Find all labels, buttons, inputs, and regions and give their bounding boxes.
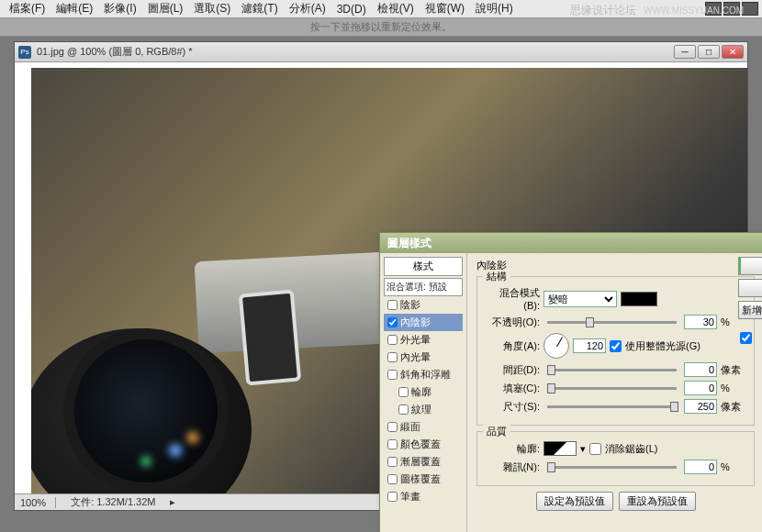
opacity-slider[interactable] <box>547 321 677 324</box>
checkbox[interactable] <box>387 317 398 327</box>
menu-layer[interactable]: 圖層(L) <box>142 0 189 18</box>
style-drop-shadow[interactable]: 陰影 <box>384 296 463 314</box>
checkbox[interactable] <box>398 387 409 397</box>
color-swatch[interactable] <box>621 292 657 306</box>
menu-file[interactable]: 檔案(F) <box>4 0 50 18</box>
angle-label: 角度(A): <box>485 339 540 353</box>
document-titlebar[interactable]: Ps 01.jpg @ 100% (圖層 0, RGB/8#) * ─ □ ✕ <box>15 42 747 62</box>
style-contour[interactable]: 輪廓 <box>384 383 463 401</box>
menu-window[interactable]: 視窗(W) <box>420 0 470 18</box>
unit: % <box>721 382 746 393</box>
settings-panel: 內陰影 結構 混合模式(B): 變暗 不透明(O): % 角度(A): <box>467 253 762 532</box>
zoom-level[interactable]: 100% <box>20 497 56 508</box>
close-button[interactable]: ✕ <box>722 45 744 59</box>
blend-mode-select[interactable]: 變暗 <box>543 291 617 307</box>
angle-input[interactable] <box>573 338 606 353</box>
opacity-label: 不透明(O): <box>485 316 540 329</box>
style-outer-glow[interactable]: 外光暈 <box>384 331 463 349</box>
angle-control[interactable] <box>543 333 569 359</box>
distance-input[interactable] <box>684 362 717 377</box>
opacity-input[interactable] <box>684 315 717 329</box>
menu-image[interactable]: 影像(I) <box>98 0 141 18</box>
style-inner-glow[interactable]: 內光暈 <box>384 349 463 366</box>
style-bevel[interactable]: 斜角和浮雕 <box>384 366 463 383</box>
menu-help[interactable]: 說明(H) <box>470 0 519 18</box>
checkbox[interactable] <box>387 457 398 467</box>
preview-checkbox[interactable] <box>740 332 752 344</box>
forum-name: 思缘设计论坛 <box>570 3 636 18</box>
blend-options-item[interactable]: 混合選項: 預設 <box>384 278 463 296</box>
size-slider[interactable] <box>547 405 677 408</box>
checkbox[interactable] <box>398 405 409 415</box>
antialias-label: 消除鋸齒(L) <box>605 442 657 456</box>
ps-icon: Ps <box>18 46 31 59</box>
unit: 像素 <box>721 363 746 377</box>
reset-default-button[interactable]: 重設為預設值 <box>619 492 696 511</box>
minimize-button[interactable]: ─ <box>674 45 696 59</box>
checkbox[interactable] <box>387 422 398 432</box>
choke-slider[interactable] <box>547 387 677 390</box>
checkbox[interactable] <box>387 474 398 484</box>
dialog-side-buttons: 新增 <box>738 257 762 346</box>
menu-view[interactable]: 檢視(V) <box>372 0 420 18</box>
watermark: WWW.MISSYUAN.COM <box>644 6 744 16</box>
checkbox[interactable] <box>387 439 398 449</box>
layer-style-dialog: 圖層樣式 樣式 混合選項: 預設 陰影 內陰影 外光暈 內光暈 斜角和浮雕 輪廓… <box>379 232 762 532</box>
checkbox[interactable] <box>387 492 398 502</box>
style-texture[interactable]: 紋理 <box>384 401 463 418</box>
checkbox[interactable] <box>387 335 398 345</box>
distance-slider[interactable] <box>547 369 677 371</box>
file-info: 文件: 1.32M/1.32M <box>71 495 155 509</box>
checkbox[interactable] <box>387 300 398 310</box>
menu-select[interactable]: 選取(S) <box>188 0 236 18</box>
quality-label: 品質 <box>483 425 510 438</box>
style-color-overlay[interactable]: 顏色覆蓋 <box>384 436 463 453</box>
structure-label: 結構 <box>483 270 510 283</box>
style-inner-shadow[interactable]: 內陰影 <box>384 314 463 331</box>
new-style-button[interactable]: 新增 <box>738 301 762 319</box>
document-title: 01.jpg @ 100% (圖層 0, RGB/8#) * <box>37 45 674 59</box>
contour-label: 輪廓: <box>485 442 540 456</box>
checkbox[interactable] <box>387 352 398 362</box>
style-gradient-overlay[interactable]: 漸層覆蓋 <box>384 453 463 471</box>
chevron-right-icon[interactable]: ▸ <box>170 496 175 508</box>
unit: % <box>721 461 746 472</box>
styles-list: 樣式 混合選項: 預設 陰影 內陰影 外光暈 內光暈 斜角和浮雕 輪廓 紋理 緞… <box>380 253 467 532</box>
noise-input[interactable] <box>684 460 717 474</box>
quality-group: 品質 輪廓: ▾ 消除鋸齒(L) 雜訊(N): % <box>476 431 755 486</box>
choke-input[interactable] <box>684 381 717 395</box>
unit: 像素 <box>721 400 746 414</box>
style-satin[interactable]: 緞面 <box>384 418 463 436</box>
banner: 思缘设计论坛 WWW.MISSYUAN.COM <box>570 3 744 18</box>
blend-mode-label: 混合模式(B): <box>485 286 540 311</box>
global-light-checkbox[interactable] <box>610 340 622 352</box>
menu-filter[interactable]: 濾鏡(T) <box>236 0 283 18</box>
contour-picker[interactable] <box>543 441 577 456</box>
style-pattern-overlay[interactable]: 圖樣覆蓋 <box>384 471 463 488</box>
style-stroke[interactable]: 筆畫 <box>384 488 463 505</box>
panel-header: 內陰影 <box>476 259 755 272</box>
noise-label: 雜訊(N): <box>485 460 540 474</box>
workspace-icon[interactable] <box>742 2 758 16</box>
photo-content <box>239 290 301 386</box>
options-bar: 按一下並拖移以重新定位效果。 <box>0 18 762 37</box>
menu-edit[interactable]: 編輯(E) <box>50 0 98 18</box>
choke-label: 填塞(C): <box>485 382 540 395</box>
structure-group: 結構 混合模式(B): 變暗 不透明(O): % 角度(A): <box>476 276 755 426</box>
ok-button[interactable] <box>738 257 762 275</box>
size-label: 尺寸(S): <box>485 400 540 414</box>
photo-content <box>141 457 151 466</box>
size-input[interactable] <box>684 399 717 414</box>
make-default-button[interactable]: 設定為預設值 <box>536 492 613 511</box>
noise-slider[interactable] <box>547 466 677 469</box>
antialias-checkbox[interactable] <box>589 443 601 455</box>
chevron-down-icon[interactable]: ▾ <box>580 443 586 455</box>
styles-header[interactable]: 樣式 <box>384 257 463 276</box>
menu-analysis[interactable]: 分析(A) <box>284 0 331 18</box>
checkbox[interactable] <box>387 370 398 380</box>
cancel-button[interactable] <box>738 279 762 297</box>
menu-3d[interactable]: 3D(D) <box>331 1 372 17</box>
photo-content <box>63 328 229 493</box>
maximize-button[interactable]: □ <box>698 45 720 59</box>
dialog-title[interactable]: 圖層樣式 <box>380 233 762 253</box>
